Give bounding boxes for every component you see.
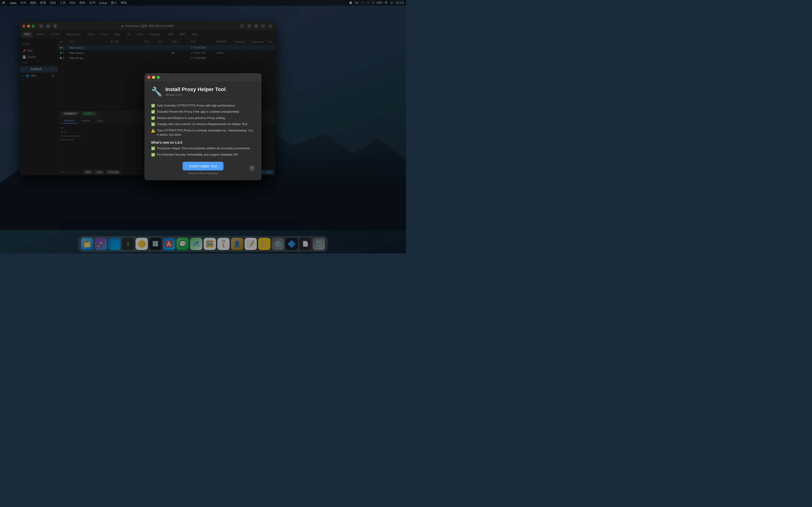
check-icon-5: ✅ [151,146,155,151]
feature-item-3: ✅ Persist and Restore to your previous P… [151,116,255,121]
feature-item-5: ⚠️ Your HTTP/HTTPS Proxy is currently ov… [151,128,255,137]
whatsnew-item-2: ✅ Fix Potential Security Vulnerability a… [151,153,255,157]
check-icon-3: ✅ [151,116,155,121]
whatsnew-title: What's new on 1.6.0 [151,140,255,144]
feature-text-3: Persist and Restore to your previous Pro… [157,116,225,120]
modal-titlebar [145,73,261,82]
modal-maximize-button[interactable] [157,76,160,79]
check-icon-6: ✅ [151,153,155,157]
feature-item-4: ✅ Comply with new macOS 13 Ventura Requi… [151,122,255,127]
modal-title: Install Proxy Helper Tool [165,87,225,93]
whatsnew-text-1: Proxyman Helper Tool now properly verifi… [157,146,250,151]
warning-icon: ⚠️ [151,128,155,133]
feature-item-1: ✅ Auto Override HTTP/HTTPS Proxy with hi… [151,104,255,108]
wrench-icon: 🔧 [151,87,162,97]
check-icon-1: ✅ [151,104,155,108]
modal-title-block: Install Proxy Helper Tool Version 1.6.0 [165,87,225,97]
feature-text-4: Comply with new macOS 13 Ventura Require… [157,122,247,126]
feature-text-1: Auto Override HTTP/HTTPS Proxy with high… [157,104,235,108]
install-helper-button[interactable]: Install Helper Tool [183,162,224,170]
help-button[interactable]: ? [249,165,255,171]
modal-traffic-lights [147,76,160,79]
whatsnew-list: ✅ Proxyman Helper Tool now properly veri… [151,146,255,157]
whatsnew-text-2: Fix Potential Security Vulnerability and… [157,153,238,157]
modal-overlay: 🔧 Install Proxy Helper Tool Version 1.6.… [0,0,406,253]
modal-version: Version 1.6.0 [165,93,225,97]
install-note: (Required Root Privileges) [188,172,218,175]
desktop: ⌘ man 文件 编辑 查看 流程 工具 对比 脚本 证书 Setup 窗口 帮… [0,0,406,253]
whatsnew-item-1: ✅ Proxyman Helper Tool now properly veri… [151,146,255,151]
feature-text-2: Graceful Revert the Proxy if the app is … [157,110,239,114]
feature-list: ✅ Auto Override HTTP/HTTPS Proxy with hi… [151,104,255,137]
check-icon-2: ✅ [151,110,155,114]
modal-minimize-button[interactable] [152,76,155,79]
modal-close-button[interactable] [147,76,150,79]
feature-text-5: Your HTTP/HTTPS Proxy is currently overr… [157,128,255,137]
check-icon-4: ✅ [151,122,155,127]
helper-modal: 🔧 Install Proxy Helper Tool Version 1.6.… [145,73,261,180]
modal-content: 🔧 Install Proxy Helper Tool Version 1.6.… [145,82,261,180]
modal-install-area: Install Helper Tool (Required Root Privi… [151,162,255,175]
modal-header: 🔧 Install Proxy Helper Tool Version 1.6.… [151,87,255,97]
feature-item-2: ✅ Graceful Revert the Proxy if the app i… [151,110,255,114]
